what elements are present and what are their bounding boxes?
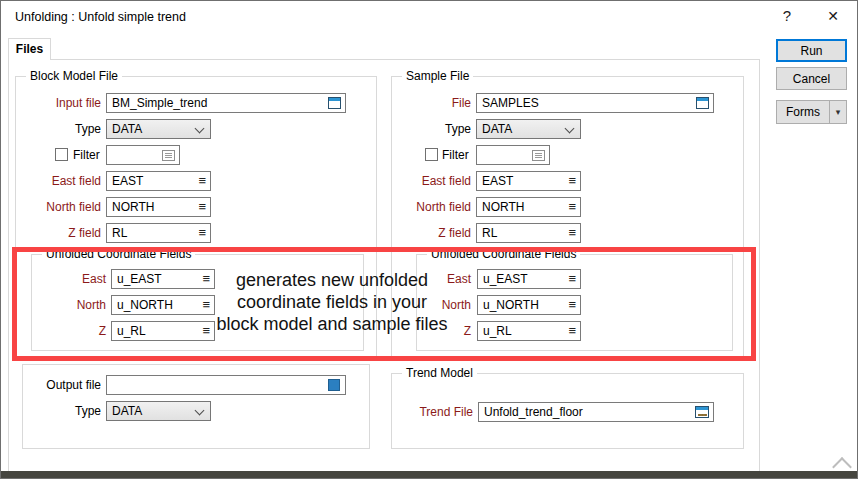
sample-filter-checkbox[interactable] — [425, 148, 438, 161]
sample-file-value: SAMPLES — [477, 94, 713, 112]
unfolding-dialog: Unfolding : Unfold simple trend ? ✕ File… — [0, 0, 858, 479]
field-picker-icon[interactable]: ≡ — [568, 224, 576, 242]
bm-north-value: NORTH — [107, 198, 210, 216]
browse-window-icon[interactable] — [328, 97, 341, 109]
sample-z-value: RL — [477, 224, 580, 242]
bm-filter-field[interactable] — [106, 145, 180, 165]
field-picker-icon[interactable]: ≡ — [198, 198, 206, 216]
output-type-combobox[interactable]: DATA — [106, 401, 211, 421]
input-file-label: Input file — [11, 93, 101, 113]
bm-z-value: RL — [107, 224, 210, 242]
bm-z-field[interactable]: RL ≡ — [106, 223, 211, 243]
annotation-text: generates new unfolded coordinate fields… — [197, 269, 467, 335]
sample-file-group-title: Sample File — [402, 69, 473, 83]
output-browse-icon[interactable] — [328, 379, 340, 391]
sample-north-field[interactable]: NORTH ≡ — [476, 197, 581, 217]
sample-type-combobox[interactable]: DATA — [476, 119, 581, 139]
filter-list-icon[interactable] — [162, 150, 175, 161]
annotation-line: block model and sample files — [197, 313, 467, 335]
title-bar: Unfolding : Unfold simple trend ? ✕ — [1, 1, 857, 33]
field-picker-icon[interactable]: ≡ — [568, 198, 576, 216]
field-picker-icon[interactable]: ≡ — [568, 172, 576, 190]
sample-z-field[interactable]: RL ≡ — [476, 223, 581, 243]
tab-files[interactable]: Files — [8, 38, 51, 60]
bm-east-field-label: East field — [11, 171, 101, 191]
trend-file-label: Trend File — [389, 402, 473, 422]
output-type-label: Type — [11, 401, 101, 421]
input-file-field[interactable]: BM_Simple_trend — [106, 93, 346, 113]
sample-north-field-label: North field — [386, 197, 471, 217]
trend-browse-ellipsis-icon[interactable] — [695, 406, 709, 418]
bm-north-field[interactable]: NORTH ≡ — [106, 197, 211, 217]
output-file-label: Output file — [11, 375, 101, 395]
desktop-edge-strip — [1, 471, 857, 478]
close-icon[interactable]: ✕ — [821, 1, 845, 31]
sample-z-field-label: Z field — [386, 223, 471, 243]
bm-filter-label: Filter — [73, 145, 105, 165]
sample-file-field[interactable]: SAMPLES — [476, 93, 714, 113]
sample-east-field-label: East field — [386, 171, 471, 191]
sample-filter-field[interactable] — [476, 145, 550, 165]
trend-file-value: Unfold_trend_floor — [479, 403, 713, 421]
bm-east-value: EAST — [107, 172, 210, 190]
bm-north-field-label: North field — [11, 197, 101, 217]
annotation-line: coordinate fields in your — [197, 291, 467, 313]
field-picker-icon[interactable]: ≡ — [198, 224, 206, 242]
forms-button-label: Forms — [777, 105, 829, 119]
browse-window-icon[interactable] — [696, 97, 709, 109]
forms-split-button[interactable]: Forms ▾ — [776, 100, 847, 124]
forms-dropdown-arrow-icon[interactable]: ▾ — [830, 107, 846, 117]
window-title: Unfolding : Unfold simple trend — [15, 1, 186, 33]
input-file-value: BM_Simple_trend — [107, 94, 345, 112]
cancel-button[interactable]: Cancel — [776, 67, 847, 90]
bm-east-field[interactable]: EAST ≡ — [106, 171, 211, 191]
sample-type-label: Type — [386, 119, 471, 139]
help-icon[interactable]: ? — [775, 1, 799, 31]
bm-z-field-label: Z field — [11, 223, 101, 243]
sample-filter-label: Filter — [442, 145, 474, 165]
annotation-line: generates new unfolded — [197, 269, 467, 291]
trend-model-group-title: Trend Model — [402, 366, 477, 380]
filter-list-icon[interactable] — [532, 150, 545, 161]
run-button[interactable]: Run — [776, 39, 847, 62]
sample-north-value: NORTH — [477, 198, 580, 216]
bm-type-combobox[interactable]: DATA — [106, 119, 211, 139]
bm-filter-checkbox[interactable] — [55, 148, 68, 161]
field-picker-icon[interactable]: ≡ — [198, 172, 206, 190]
sample-east-field[interactable]: EAST ≡ — [476, 171, 581, 191]
trend-file-field[interactable]: Unfold_trend_floor — [478, 402, 714, 422]
tab-files-label: Files — [16, 42, 43, 56]
bm-type-label: Type — [11, 119, 101, 139]
sample-east-value: EAST — [477, 172, 580, 190]
sample-file-label: File — [386, 93, 471, 113]
output-file-field[interactable] — [106, 375, 346, 395]
block-model-file-group-title: Block Model File — [26, 69, 122, 83]
